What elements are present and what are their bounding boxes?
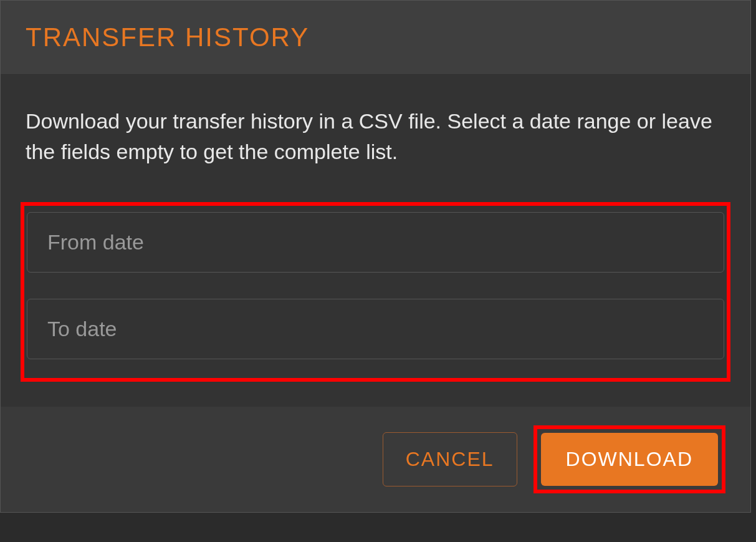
dialog-description: Download your transfer history in a CSV …	[26, 106, 725, 168]
cancel-button[interactable]: CANCEL	[383, 432, 517, 486]
download-button-highlight: DOWNLOAD	[534, 425, 725, 493]
transfer-history-dialog: TRANSFER HISTORY Download your transfer …	[0, 0, 751, 513]
dialog-title: TRANSFER HISTORY	[26, 22, 725, 52]
to-date-input[interactable]	[27, 299, 724, 359]
from-date-input[interactable]	[27, 212, 724, 273]
date-fields-highlight	[21, 202, 730, 382]
dialog-header: TRANSFER HISTORY	[1, 1, 750, 75]
dialog-footer: CANCEL DOWNLOAD	[1, 407, 750, 512]
dialog-body: Download your transfer history in a CSV …	[1, 75, 750, 407]
download-button[interactable]: DOWNLOAD	[541, 433, 718, 486]
